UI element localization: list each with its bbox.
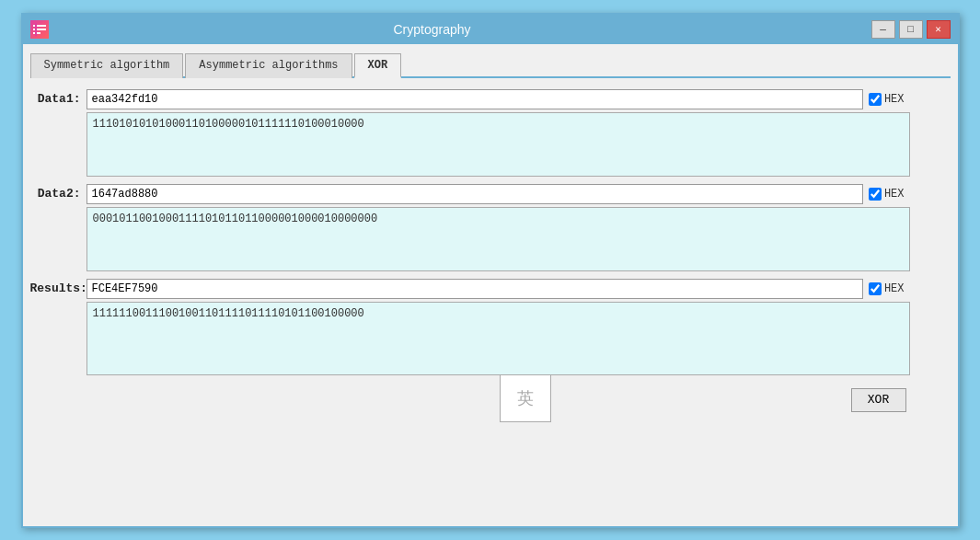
results-hex-label: HEX [884, 282, 905, 295]
window-title: Cryptography [49, 22, 816, 37]
data1-binary-wrapper: 1110101010100011010000010111111010001000… [86, 112, 951, 177]
bottom-bar: XOR [30, 383, 951, 414]
results-label: Results: [30, 281, 81, 295]
tab-xor[interactable]: XOR [354, 53, 402, 78]
results-input[interactable] [86, 279, 863, 299]
data2-group: Data2: HEX 00010110010001111010110110000… [30, 184, 951, 271]
data1-input[interactable] [86, 89, 863, 109]
data1-hex-label: HEX [884, 93, 905, 106]
content-area: Symmetric algorithm Asymmetric algorithm… [23, 44, 958, 526]
data1-input-row: Data1: HEX [30, 89, 951, 109]
data2-binary-wrapper: 0001011001000111101011011000001000010000… [86, 207, 951, 271]
results-group: Results: HEX 111111001110010011011110111… [30, 279, 951, 375]
xor-panel: Data1: HEX 11101010101000110100000101111… [30, 89, 951, 519]
data1-group: Data1: HEX 11101010101000110100000101111… [30, 89, 951, 177]
data1-binary-area[interactable]: 1110101010100011010000010111111010001000… [86, 112, 910, 177]
data2-label: Data2: [30, 187, 81, 201]
app-icon [30, 20, 49, 39]
data2-hex-label: HEX [884, 188, 905, 201]
close-button[interactable]: ✕ [927, 20, 951, 39]
maximize-button[interactable]: □ [899, 20, 923, 39]
xor-button[interactable]: XOR [851, 388, 906, 412]
data2-hex-group: HEX [869, 188, 905, 201]
title-bar-left [30, 20, 49, 39]
data2-hex-checkbox[interactable] [869, 188, 882, 201]
ime-popup: 英 [500, 374, 551, 422]
results-binary-area[interactable]: 1111110011100100110111101111010110010000… [86, 302, 910, 375]
data1-label: Data1: [30, 92, 81, 106]
tab-bar: Symmetric algorithm Asymmetric algorithm… [30, 52, 951, 78]
results-hex-group: HEX [869, 282, 905, 295]
data2-input-row: Data2: HEX [30, 184, 951, 204]
window-controls: — □ ✕ [871, 20, 951, 39]
ime-char: 英 [517, 387, 534, 409]
tab-symmetric[interactable]: Symmetric algorithm [30, 53, 184, 78]
results-input-row: Results: HEX [30, 279, 951, 299]
data2-binary-area[interactable]: 0001011001000111101011011000001000010000… [86, 207, 910, 271]
minimize-button[interactable]: — [871, 20, 895, 39]
results-hex-checkbox[interactable] [869, 282, 882, 295]
data1-hex-checkbox[interactable] [869, 93, 882, 106]
tab-asymmetric[interactable]: Asymmetric algorithms [185, 53, 352, 78]
data2-input[interactable] [86, 184, 863, 204]
title-bar: Cryptography — □ ✕ [23, 15, 958, 44]
results-binary-wrapper: 1111110011100100110111101111010110010000… [86, 302, 951, 375]
data1-hex-group: HEX [869, 93, 905, 106]
main-window: Cryptography — □ ✕ Symmetric algorithm A… [21, 13, 960, 528]
